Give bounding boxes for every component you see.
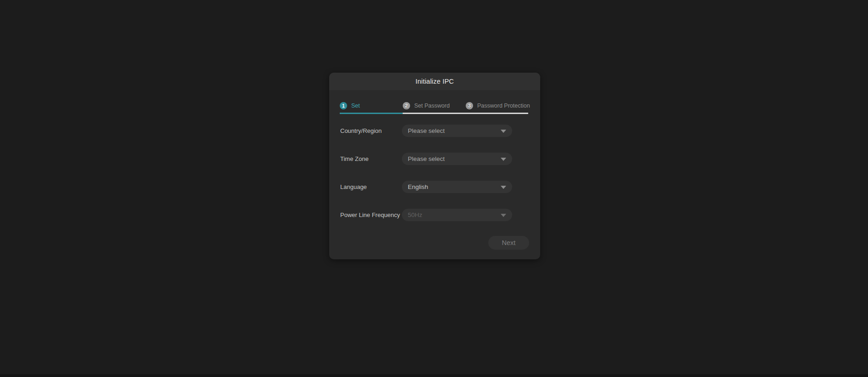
field-row-power-line-frequency: Power Line Frequency 50Hz [340, 209, 529, 221]
field-label: Time Zone [340, 155, 402, 163]
dialog-title: Initialize IPC [416, 78, 454, 85]
select-value: 50Hz [408, 211, 423, 218]
step-label: Password Protection [477, 103, 530, 109]
field-row-country-region: Country/Region Please select [340, 125, 529, 137]
step-progress-bar [340, 113, 528, 114]
language-select[interactable]: English [402, 181, 512, 193]
step-number-badge: 2 [403, 102, 410, 109]
chevron-down-icon [501, 214, 506, 217]
power-line-frequency-select: 50Hz [402, 209, 512, 221]
page-background: Initialize IPC 1 Set 2 Set Password 3 Pa… [0, 0, 868, 377]
dialog-titlebar: Initialize IPC [329, 73, 540, 90]
bottom-edge-strip [0, 374, 868, 377]
step-number-badge: 3 [466, 102, 473, 109]
select-value: Please select [408, 155, 445, 162]
step-indicator: 1 Set 2 Set Password 3 Password Protecti… [340, 102, 529, 109]
select-value: Please select [408, 127, 445, 134]
chevron-down-icon [501, 130, 506, 133]
country-region-select[interactable]: Please select [402, 125, 512, 137]
field-row-time-zone: Time Zone Please select [340, 153, 529, 165]
field-label: Language [340, 183, 402, 191]
initialize-ipc-dialog: Initialize IPC 1 Set 2 Set Password 3 Pa… [329, 73, 540, 259]
step-label: Set [351, 103, 360, 109]
step-number-badge: 1 [340, 102, 347, 109]
next-button[interactable]: Next [488, 236, 529, 250]
step-label: Set Password [414, 103, 450, 109]
chevron-down-icon [501, 158, 506, 161]
step-item-password-protection: 3 Password Protection [466, 102, 529, 109]
field-label: Country/Region [340, 127, 402, 135]
time-zone-select[interactable]: Please select [402, 153, 512, 165]
step-item-set: 1 Set [340, 102, 403, 109]
step-progress-fill [340, 113, 403, 114]
chevron-down-icon [501, 186, 506, 189]
field-label: Power Line Frequency [340, 211, 402, 219]
select-value: English [408, 183, 428, 190]
field-row-language: Language English [340, 181, 529, 193]
step-item-set-password: 2 Set Password [403, 102, 466, 109]
